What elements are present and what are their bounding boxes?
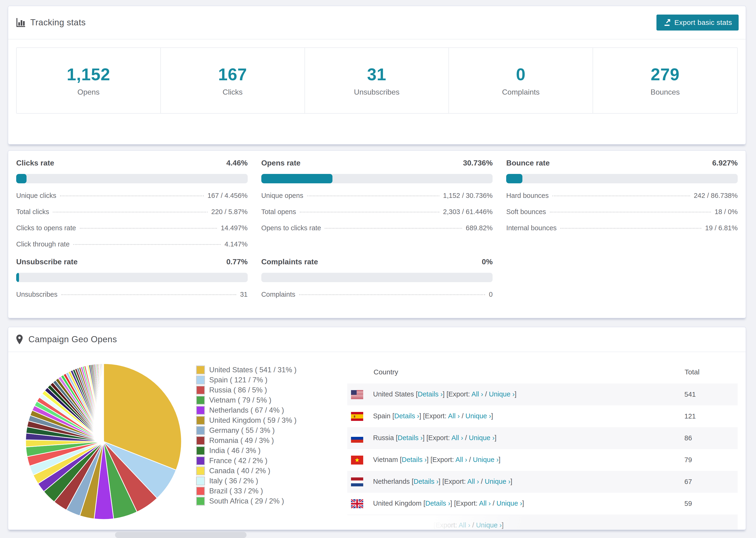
geo-header: Campaign Geo Opens <box>8 327 746 352</box>
legend-swatch <box>196 487 205 496</box>
details-link[interactable]: Details › <box>394 412 419 419</box>
export-all-link[interactable]: All › <box>471 390 483 398</box>
dotted-leader <box>300 212 439 212</box>
details-link[interactable]: Details › <box>414 477 439 485</box>
details-link[interactable]: Details › <box>402 456 427 463</box>
details-link[interactable]: Details › <box>405 521 430 529</box>
legend-label: Romania ( 49 / 3% ) <box>209 436 274 445</box>
rate-title: Complaints rate <box>261 257 318 266</box>
legend-label: South Africa ( 29 / 2% ) <box>209 497 284 506</box>
legend-label: Russia ( 86 / 5% ) <box>209 386 267 394</box>
rate-stat-value: 167 / 4.456% <box>207 192 248 199</box>
stat-value: 1,152 <box>67 65 110 84</box>
export-unique-link[interactable]: Unique › <box>469 434 495 441</box>
stat-box-clicks: 167Clicks <box>161 48 305 113</box>
dotted-leader <box>307 195 439 196</box>
rate-stat-value: 0 <box>489 291 493 298</box>
separator: / <box>467 456 473 463</box>
export-unique-link[interactable]: Unique › <box>465 412 491 419</box>
country-total: 541 <box>684 384 738 405</box>
legend-item-romania: Romania ( 49 / 3% ) <box>196 435 337 446</box>
geo-table-header-row: Country Total <box>347 360 738 384</box>
rate-percentage: 0.77% <box>226 257 248 266</box>
legend-swatch <box>196 365 205 374</box>
stat-label: Bounces <box>651 88 680 96</box>
export-all-link[interactable]: All › <box>456 456 467 463</box>
gb-flag-icon <box>351 499 363 508</box>
export-unique-link[interactable]: Unique › <box>473 456 499 463</box>
rate-block-complaints-rate: Complaints rate0%Complaints0 <box>261 257 493 298</box>
rate-block-unsubscribe-rate: Unsubscribe rate0.77%Unsubscribes31 <box>16 257 248 298</box>
geo-table-row-vietnam: Vietnam [Details ›] [Export: All › / Uni… <box>347 449 738 471</box>
export-unique-link[interactable]: Unique › <box>489 390 514 398</box>
geo-title: Campaign Geo Opens <box>28 335 117 344</box>
bracket: ] <box>499 456 501 463</box>
details-link[interactable]: Details › <box>418 390 443 398</box>
details-link[interactable]: Details › <box>398 434 423 441</box>
rate-stat-value: 220 / 5.87% <box>211 208 248 216</box>
bracket: ] <box>502 521 504 529</box>
rate-progress-bar <box>506 174 738 183</box>
export-all-link[interactable]: All › <box>448 412 460 419</box>
export-label: ] [Export: <box>439 477 467 485</box>
country-total: 79 <box>684 449 738 471</box>
rate-stat-label: Total opens <box>261 208 296 216</box>
rate-stat-label: Opens to clicks rate <box>261 224 321 232</box>
separator: / <box>470 521 476 529</box>
export-label: ] [Export: <box>450 499 479 507</box>
export-unique-link[interactable]: Unique › <box>476 521 502 529</box>
country-total: 67 <box>684 471 738 493</box>
country-name: Russia <box>373 434 396 441</box>
map-pin-icon <box>15 334 24 345</box>
legend-swatch <box>196 416 205 425</box>
bracket: ] <box>511 477 512 485</box>
rate-stat-label: Complaints <box>261 291 296 298</box>
rate-stat-label: Unique clicks <box>16 192 56 199</box>
bar-chart-icon <box>15 17 26 28</box>
export-icon <box>663 19 671 27</box>
export-label: ] [Export: <box>430 521 459 529</box>
stat-label: Clicks <box>223 88 243 96</box>
rate-block-bounce-rate: Bounce rate6.927%Hard bounces242 / 86.73… <box>506 159 738 248</box>
legend-swatch <box>196 386 205 395</box>
export-all-link[interactable]: All › <box>459 521 470 529</box>
separator: / <box>483 390 489 398</box>
rate-stat-row: Unique opens1,152 / 30.736% <box>261 192 493 199</box>
bracket: ] <box>495 434 496 441</box>
rates-card: Clicks rate4.46%Unique clicks167 / 4.456… <box>8 150 746 318</box>
legend-swatch <box>196 396 205 405</box>
rate-stat-row: Unsubscribes31 <box>16 291 248 298</box>
separator: / <box>463 434 469 441</box>
bracket: ] <box>522 499 524 507</box>
export-all-link[interactable]: All › <box>467 477 479 485</box>
legend-label: Italy ( 36 / 2% ) <box>209 477 258 485</box>
country-name: United Kingdom <box>373 499 423 507</box>
stat-value: 31 <box>367 65 386 84</box>
rate-stat-row: Clicks to opens rate14.497% <box>16 224 248 232</box>
rate-title: Clicks rate <box>16 159 54 167</box>
bracket: [ <box>416 390 418 398</box>
legend-item-united-kingdom: United Kingdom ( 59 / 3% ) <box>196 415 337 425</box>
export-all-link[interactable]: All › <box>479 499 491 507</box>
rate-title: Unsubscribe rate <box>16 257 78 266</box>
legend-swatch <box>196 376 205 385</box>
export-unique-link[interactable]: Unique › <box>485 477 511 485</box>
details-link[interactable]: Details › <box>425 499 450 507</box>
legend-item-united-states: United States ( 541 / 31% ) <box>196 365 337 375</box>
horizontal-scrollbar-thumb[interactable] <box>115 532 246 538</box>
export-button-label: Export basic stats <box>674 19 732 27</box>
rate-progress-bar <box>261 273 493 282</box>
country-name: Germany <box>373 521 403 529</box>
export-all-link[interactable]: All › <box>452 434 463 441</box>
export-basic-stats-button[interactable]: Export basic stats <box>657 15 739 30</box>
separator: / <box>479 477 485 485</box>
legend-item-india: India ( 46 / 3% ) <box>196 446 337 456</box>
rate-stat-label: Internal bounces <box>506 224 557 232</box>
country-name: Spain <box>373 412 392 419</box>
de-flag-icon <box>351 521 363 530</box>
rate-percentage: 0% <box>482 257 493 266</box>
rate-stat-value: 242 / 86.738% <box>694 192 738 199</box>
export-unique-link[interactable]: Unique › <box>496 499 522 507</box>
rate-stat-label: Clicks to opens rate <box>16 224 76 232</box>
legend-swatch <box>196 436 205 445</box>
